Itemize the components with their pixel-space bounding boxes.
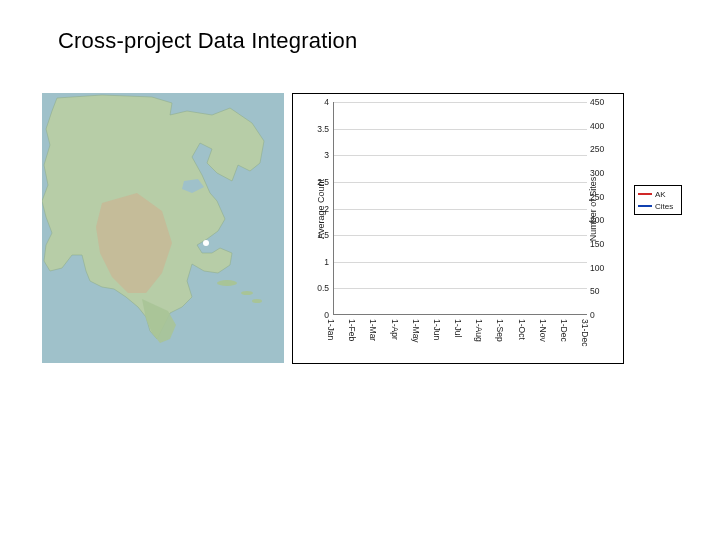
xtick: 1-Aug: [474, 319, 484, 342]
ytick-left: 0.5: [309, 283, 329, 293]
legend-item-cites: Cites: [638, 200, 678, 212]
svg-point-3: [252, 299, 262, 303]
ytick-left: 2: [309, 204, 329, 214]
slide: Cross-project Data Integration 1-Jan1-Fe…: [0, 0, 720, 540]
svg-point-2: [241, 291, 253, 295]
svg-point-1: [217, 280, 237, 286]
gridline: [334, 288, 587, 289]
xtick: 1-Jul: [453, 319, 463, 337]
gridline: [334, 262, 587, 263]
page-title: Cross-project Data Integration: [58, 28, 357, 54]
legend: AK Cites: [634, 185, 682, 215]
ytick-left: 4: [309, 97, 329, 107]
gridline: [334, 209, 587, 210]
ytick-right: 150: [590, 239, 604, 249]
legend-label-cites: Cites: [655, 202, 673, 211]
xtick: 1-Jan: [326, 319, 336, 340]
ytick-left: 2.5: [309, 177, 329, 187]
ytick-right: 50: [590, 286, 599, 296]
ytick-left: 3: [309, 150, 329, 160]
gridline: [334, 129, 587, 130]
xtick: 1-Mar: [368, 319, 378, 341]
xtick: 1-Dec: [559, 319, 569, 342]
north-america-map: [42, 93, 284, 363]
ytick-right: 450: [590, 97, 604, 107]
xtick: 31-Dec: [580, 319, 590, 346]
ytick-left: 3.5: [309, 124, 329, 134]
xtick: 1-Sep: [495, 319, 505, 342]
xtick: 1-Jun: [432, 319, 442, 340]
legend-item-ak: AK: [638, 188, 678, 200]
ytick-left: 1.5: [309, 230, 329, 240]
ytick-right: 0: [590, 310, 595, 320]
chart-panel: 1-Jan1-Feb1-Mar1-Apr1-May1-Jun1-Jul1-Aug…: [292, 93, 624, 364]
ytick-right: 100: [590, 263, 604, 273]
ytick-right: 400: [590, 121, 604, 131]
legend-label-ak: AK: [655, 190, 666, 199]
ytick-right: 250: [590, 192, 604, 202]
map-highlight-point: [203, 240, 209, 246]
ytick-right: 200: [590, 215, 604, 225]
xtick: 1-Feb: [347, 319, 357, 341]
xtick: 1-Nov: [538, 319, 548, 342]
ytick-left: 0: [309, 310, 329, 320]
ytick-right: 300: [590, 168, 604, 178]
gridline: [334, 102, 587, 103]
xtick: 1-Oct: [517, 319, 527, 340]
legend-swatch-ak: [638, 193, 652, 195]
y-axis-right-label: Number of Sites: [589, 177, 599, 242]
ytick-left: 1: [309, 257, 329, 267]
plot-area: [333, 102, 587, 315]
xtick: 1-Apr: [390, 319, 400, 340]
xtick: 1-May: [411, 319, 421, 343]
gridline: [334, 182, 587, 183]
ytick-right: 250: [590, 144, 604, 154]
gridline: [334, 155, 587, 156]
legend-swatch-cites: [638, 205, 652, 207]
gridline: [334, 235, 587, 236]
map-panel: [42, 93, 284, 363]
